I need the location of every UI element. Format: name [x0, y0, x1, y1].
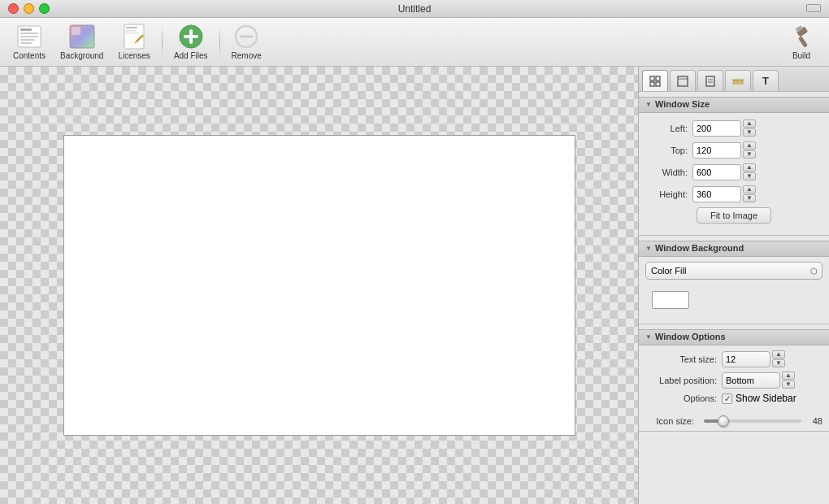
- color-swatch-container: [639, 285, 829, 319]
- window-background-header: ▼ Window Background: [639, 241, 829, 257]
- svg-line-23: [631, 496, 636, 502]
- panel-tab-page[interactable]: [697, 70, 723, 91]
- text-size-stepper-up[interactable]: ▲: [772, 350, 785, 358]
- left-stepper-down[interactable]: ▼: [743, 128, 756, 137]
- svg-rect-28: [650, 82, 654, 86]
- label-position-label: Label position:: [645, 376, 717, 385]
- left-stepper: ▲ ▼: [743, 119, 756, 137]
- height-stepper-up[interactable]: ▲: [743, 185, 756, 193]
- label-position-row: Label position: Bottom Top Left Right No…: [645, 371, 822, 389]
- svg-rect-4: [20, 39, 35, 41]
- zoom-icon: [806, 4, 821, 12]
- label-position-select-wrapper: Bottom Top Left Right None ▲ ▼: [722, 371, 795, 389]
- section-triangle: ▼: [645, 101, 652, 108]
- panel-tab-window[interactable]: [670, 70, 696, 91]
- window-options-header: ▼ Window Options: [639, 329, 829, 345]
- svg-rect-29: [656, 82, 660, 86]
- icon-size-slider[interactable]: [704, 419, 801, 423]
- text-size-select-wrapper: 12 10 11 13 14 ▲ ▼: [722, 350, 785, 367]
- panel-tab-grid[interactable]: [642, 70, 668, 91]
- text-size-select[interactable]: 12 10 11 13 14: [722, 351, 770, 367]
- bg-section-triangle: ▼: [645, 245, 652, 252]
- resize-grip[interactable]: [627, 493, 638, 504]
- svg-rect-5: [20, 42, 32, 44]
- form-row-left: Left: ▲ ▼: [645, 119, 822, 137]
- licenses-icon: [121, 24, 147, 50]
- top-stepper: ▲ ▼: [743, 141, 756, 159]
- height-label: Height:: [645, 189, 688, 199]
- text-size-stepper-down[interactable]: ▼: [772, 359, 785, 367]
- top-stepper-down[interactable]: ▼: [743, 150, 756, 159]
- top-stepper-up[interactable]: ▲: [743, 141, 756, 150]
- build-icon: [788, 24, 814, 50]
- left-stepper-up[interactable]: ▲: [743, 119, 756, 128]
- height-stepper-down[interactable]: ▼: [743, 194, 756, 202]
- window-background-title: Window Background: [655, 243, 744, 253]
- toolbar-item-background[interactable]: Background: [54, 20, 110, 63]
- window-size-content: Left: ▲ ▼ Top: ▲ ▼: [639, 113, 829, 230]
- label-position-select[interactable]: Bottom Top Left Right None: [722, 372, 780, 389]
- svg-rect-20: [798, 36, 808, 47]
- minimize-button[interactable]: [24, 3, 34, 14]
- top-label: Top:: [645, 146, 688, 155]
- svg-rect-3: [20, 36, 38, 37]
- svg-rect-7: [72, 27, 80, 35]
- window-size-section: ▼ Window Size Left: ▲ ▼ Top:: [639, 92, 829, 236]
- canvas-area: [0, 67, 638, 504]
- options-label: Options:: [645, 393, 717, 403]
- window-options-title: Window Options: [655, 332, 726, 341]
- window-background-section: ▼ Window Background Color Fill Image Fil…: [639, 236, 829, 324]
- label-position-stepper-up[interactable]: ▲: [782, 371, 795, 380]
- options-form: Text size: 12 10 11 13 14 ▲ ▼: [639, 345, 829, 413]
- show-sidebar-checkbox[interactable]: ✓: [722, 393, 732, 404]
- window-size-title: Window Size: [655, 99, 710, 109]
- show-sidebar-label: Show Sidebar: [736, 393, 796, 404]
- height-input[interactable]: [692, 186, 741, 202]
- left-input[interactable]: [692, 120, 741, 137]
- svg-rect-9: [126, 27, 137, 28]
- slider-thumb[interactable]: [718, 415, 729, 427]
- show-sidebar-row: Options: ✓ Show Sidebar: [645, 393, 822, 404]
- width-stepper-down[interactable]: ▼: [743, 172, 756, 180]
- show-sidebar-area: ✓ Show Sidebar: [722, 393, 796, 404]
- color-swatch[interactable]: [652, 291, 689, 309]
- close-button[interactable]: [8, 3, 19, 14]
- left-label: Left:: [645, 124, 688, 133]
- toolbar-item-licenses[interactable]: Licenses: [111, 20, 156, 63]
- width-input[interactable]: [692, 164, 741, 180]
- fit-to-image-button[interactable]: Fit to Image: [697, 207, 771, 224]
- main-layout: T ▼ Window Size Left: ▲ ▼: [0, 67, 829, 504]
- text-size-row: Text size: 12 10 11 13 14 ▲ ▼: [645, 350, 822, 367]
- panel-tab-ruler[interactable]: [725, 70, 751, 91]
- toolbar-item-contents[interactable]: Contents: [7, 20, 52, 63]
- contents-icon: [16, 24, 42, 50]
- toolbar-sep-1: [162, 24, 163, 60]
- licenses-label: Licenses: [118, 51, 150, 60]
- svg-rect-2: [20, 33, 38, 34]
- options-section-triangle: ▼: [645, 333, 652, 341]
- width-stepper: ▲ ▼: [743, 163, 756, 180]
- width-stepper-up[interactable]: ▲: [743, 163, 756, 172]
- window-size-header: ▼ Window Size: [639, 97, 829, 113]
- toolbar-item-remove[interactable]: Remove: [225, 20, 268, 63]
- svg-rect-30: [678, 76, 688, 86]
- toolbar-item-add-files[interactable]: Add Files: [167, 20, 215, 63]
- svg-rect-10: [126, 30, 136, 32]
- width-label: Width:: [645, 167, 688, 177]
- title-bar-right: [806, 3, 821, 15]
- panel-tab-text[interactable]: T: [753, 70, 779, 91]
- icon-size-label: Icon size:: [645, 416, 694, 426]
- toolbar-item-build[interactable]: Build: [780, 20, 822, 63]
- white-canvas: [63, 135, 575, 436]
- label-position-stepper-down[interactable]: ▼: [782, 380, 795, 389]
- svg-line-24: [634, 499, 636, 502]
- svg-rect-27: [656, 76, 660, 80]
- add-files-label: Add Files: [174, 51, 208, 60]
- window-title: Untitled: [398, 3, 432, 15]
- background-label: Background: [60, 51, 103, 60]
- maximize-button[interactable]: [39, 3, 50, 14]
- svg-rect-1: [20, 28, 32, 31]
- background-fill-dropdown[interactable]: Color Fill Image Fill Gradient Fill: [645, 262, 822, 280]
- add-files-icon: [178, 24, 204, 50]
- top-input[interactable]: [692, 142, 741, 159]
